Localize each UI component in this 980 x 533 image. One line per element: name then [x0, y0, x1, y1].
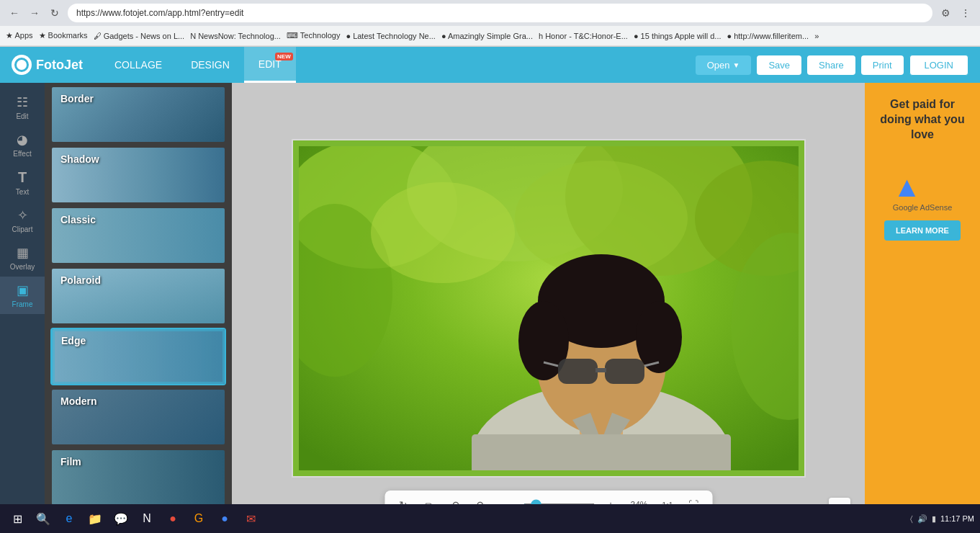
bookmark-newsnow[interactable]: N NewsNow: Technolog...: [190, 32, 281, 40]
header-actions: Open ▼ Save Share Print LOGIN: [696, 55, 968, 76]
tools-sidebar: ☷ Edit ◕ Effect T Text ✧ Clipart ▦ Overl…: [0, 83, 45, 533]
taskbar-media[interactable]: ●: [161, 507, 184, 530]
frame-classic[interactable]: Classic: [50, 207, 226, 264]
bookmark-bookmarks[interactable]: ★ Bookmarks: [39, 31, 88, 40]
taskbar-folder[interactable]: 📁: [84, 507, 107, 530]
bookmark-apps[interactable]: ★ Apps: [6, 31, 33, 40]
taskbar-chrome[interactable]: ●: [213, 507, 236, 530]
frame-border[interactable]: Border: [50, 86, 226, 143]
tab-design[interactable]: DESIGN: [176, 47, 244, 83]
tool-overlay-label: Overlay: [10, 263, 35, 271]
tool-text[interactable]: T Text: [0, 164, 45, 202]
tool-effect-label: Effect: [13, 150, 31, 158]
frame-edge[interactable]: Edge: [50, 328, 226, 385]
bookmark-amazingly[interactable]: ● Amazingly Simple Gra...: [441, 32, 533, 40]
taskbar-start[interactable]: ⊞: [6, 507, 29, 530]
frame-shadow-label: Shadow: [60, 153, 99, 165]
canvas-wrapper: [293, 140, 804, 476]
tab-collage-label: COLLAGE: [114, 59, 162, 71]
svg-rect-15: [558, 359, 598, 384]
tab-design-label: DESIGN: [191, 59, 230, 71]
browser-toolbar: ← → ↻ ⚙ ⋮: [0, 0, 980, 26]
bookmark-technology[interactable]: ⌨ Technology: [287, 31, 341, 40]
canvas-area: ↻ ✏ ↶ ↷ − + 34% 1:1 ⛶ ⚙: [232, 83, 865, 533]
taskbar-browser[interactable]: G: [187, 507, 210, 530]
overlay-icon: ▦: [17, 245, 29, 261]
canvas-image[interactable]: [293, 140, 804, 476]
app-header: FotoJet COLLAGE DESIGN EDIT NEW Open ▼ S…: [0, 47, 980, 83]
nav-tabs: COLLAGE DESIGN EDIT NEW: [100, 47, 296, 83]
logo-text: FotoJet: [36, 58, 83, 73]
clipart-icon: ✧: [17, 207, 28, 223]
back-button[interactable]: ←: [6, 4, 23, 22]
bookmark-15things[interactable]: ● 15 things Apple will d...: [634, 32, 721, 40]
tool-effect[interactable]: ◕ Effect: [0, 126, 45, 164]
share-button[interactable]: Share: [807, 55, 855, 75]
browser-actions: ⚙ ⋮: [937, 4, 974, 22]
tab-edit[interactable]: EDIT NEW: [244, 47, 296, 83]
taskbar-msg[interactable]: 💬: [109, 507, 132, 530]
frame-film[interactable]: Film: [50, 449, 226, 506]
tool-overlay[interactable]: ▦ Overlay: [0, 239, 45, 277]
login-button[interactable]: LOGIN: [909, 55, 968, 76]
tool-text-label: Text: [16, 188, 29, 196]
taskbar-search[interactable]: 🔍: [32, 507, 55, 530]
frame-classic-label: Classic: [60, 214, 96, 225]
bookmark-latest[interactable]: ● Latest Technology Ne...: [346, 32, 435, 40]
ad-logo: ▲ Google AdSense: [893, 171, 953, 212]
bookmark-gadgets[interactable]: 🖋 Gadgets - News on L...: [94, 32, 185, 40]
tool-edit-label: Edit: [16, 112, 28, 120]
text-icon: T: [18, 169, 27, 186]
taskbar-time: 11:17 PM: [940, 514, 974, 523]
tool-frame[interactable]: ▣ Frame: [0, 277, 45, 314]
tab-collage[interactable]: COLLAGE: [100, 47, 176, 83]
reload-button[interactable]: ↻: [46, 4, 63, 22]
frame-modern-label: Modern: [60, 395, 97, 407]
svg-rect-16: [605, 359, 644, 384]
logo-icon-inner: [14, 58, 29, 72]
taskbar-ie[interactable]: e: [58, 507, 81, 530]
logo-icon: [12, 55, 32, 75]
save-button[interactable]: Save: [757, 55, 801, 75]
ad-panel: Get paid for doing what you love ▲ Googl…: [865, 83, 980, 533]
ad-text: Get paid for doing what you love: [876, 97, 968, 142]
taskbar-clock: 11:17 PM: [940, 514, 974, 523]
taskbar-mail[interactable]: ✉: [239, 507, 262, 530]
taskbar: ⊞ 🔍 e 📁 💬 N ● G ● ✉ 〈 🔊 ▮ 11:17 PM: [0, 504, 980, 533]
frame-shadow[interactable]: Shadow: [50, 146, 226, 204]
bookmark-honor[interactable]: h Honor - T&C:Honor-E...: [539, 32, 628, 40]
frame-edge-bg: [53, 329, 225, 384]
taskbar-sys: 〈 🔊 ▮ 11:17 PM: [910, 514, 974, 524]
nav-buttons: ← → ↻: [6, 4, 63, 22]
bookmark-filler[interactable]: ● http://www.filleritem...: [727, 32, 809, 40]
main-area: ☷ Edit ◕ Effect T Text ✧ Clipart ▦ Overl…: [0, 83, 980, 533]
edit-icon: ☷: [17, 94, 28, 110]
svg-rect-21: [472, 434, 731, 476]
open-chevron: ▼: [733, 61, 740, 69]
effect-icon: ◕: [17, 132, 28, 148]
forward-button[interactable]: →: [26, 4, 43, 22]
bookmark-more[interactable]: »: [814, 32, 819, 40]
print-button[interactable]: Print: [861, 55, 904, 75]
app: FotoJet COLLAGE DESIGN EDIT NEW Open ▼ S…: [0, 47, 980, 533]
extensions-button[interactable]: ⚙: [937, 4, 954, 22]
learn-more-button[interactable]: LEARN MORE: [884, 220, 961, 241]
open-button[interactable]: Open ▼: [696, 55, 752, 75]
sys-network: 〈: [910, 514, 913, 524]
new-badge: NEW: [275, 53, 293, 61]
tool-clipart-label: Clipart: [12, 225, 33, 233]
canvas-svg: [299, 146, 804, 476]
frame-icon: ▣: [17, 282, 29, 298]
adsense-name: Google AdSense: [893, 203, 953, 212]
svg-point-7: [371, 182, 515, 283]
tool-edit[interactable]: ☷ Edit: [0, 89, 45, 126]
tool-frame-label: Frame: [12, 300, 33, 308]
address-bar[interactable]: [68, 4, 932, 22]
frame-border-label: Border: [60, 93, 94, 104]
frame-modern[interactable]: Modern: [50, 388, 226, 446]
tool-clipart[interactable]: ✧ Clipart: [0, 202, 45, 239]
menu-button[interactable]: ⋮: [957, 4, 974, 22]
frame-film-label: Film: [60, 456, 81, 467]
frame-polaroid[interactable]: Polaroid: [50, 267, 226, 325]
taskbar-notepad[interactable]: N: [135, 507, 158, 530]
